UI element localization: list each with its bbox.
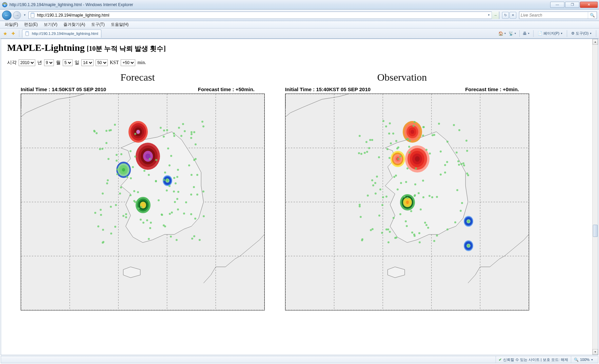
hour-select[interactable]: 14 xyxy=(81,59,94,66)
maps-row: Forecast Initial Time : 14:50KST 05 SEP … xyxy=(7,69,592,337)
menubar: 파일(F) 편집(E) 보기(V) 즐겨찾기(A) 도구(T) 도움말(H) xyxy=(0,21,599,28)
menu-file[interactable]: 파일(F) xyxy=(2,21,21,28)
observation-lead-time: Forecast time : +0min. xyxy=(465,86,519,92)
forecast-initial-time: Initial Time : 14:50KST 05 SEP 2010 xyxy=(21,86,106,92)
security-zone[interactable]: ✔ 신뢰할 수 있는 사이트 | 보호 모드: 해제 xyxy=(496,356,571,363)
page-menu[interactable]: 📄 페이지(P) ▼ xyxy=(536,31,564,36)
print-button[interactable]: 🖶▼ xyxy=(522,30,531,37)
separator xyxy=(519,30,520,37)
zoom-label: 100% xyxy=(580,358,590,362)
year-select[interactable]: 2010 xyxy=(19,59,35,66)
tab-label: http://190.1.29.194/maple_lightning.html xyxy=(32,32,98,36)
viewport: MAPLE-Lightning[10분 누적 낙뢰 발생 횟수] 시각 2010… xyxy=(1,39,598,355)
forward-button[interactable]: → xyxy=(13,11,21,19)
address-bar[interactable]: ▼ → xyxy=(28,12,499,19)
forecast-column: Forecast Initial Time : 14:50KST 05 SEP … xyxy=(7,69,268,337)
checkmark-icon: ✔ xyxy=(499,358,502,362)
page-heading: MAPLE-Lightning xyxy=(7,42,85,53)
window-title: http://190.1.29.194/maple_lightning.html… xyxy=(9,2,550,7)
search-bar[interactable]: 🔍 xyxy=(519,12,597,19)
titlebar: e http://190.1.29.194/maple_lightning.ht… xyxy=(0,0,599,9)
observation-map: 40°N38°N36°N34°N32°N122°E124°E126°E128°E… xyxy=(285,94,529,310)
maximize-button[interactable]: ❐ xyxy=(565,2,579,8)
navbar: ← → ▼ ▼ → ↻ ✕ 🔍 xyxy=(0,9,599,21)
stop-button[interactable]: ✕ xyxy=(510,12,516,19)
page-subheading: [10분 누적 낙뢰 발생 횟수] xyxy=(87,45,166,52)
observation-title: Observation xyxy=(272,72,533,83)
menu-help[interactable]: 도움말(H) xyxy=(108,21,132,28)
day-select[interactable]: 5 xyxy=(63,59,73,66)
separator xyxy=(567,30,567,37)
scroll-down-button[interactable]: ▼ xyxy=(593,349,598,355)
time-label: 시각 xyxy=(7,60,17,66)
nav-history-dropdown[interactable]: ▼ xyxy=(22,11,27,20)
tools-menu-label: 도구(O) xyxy=(576,31,588,36)
separator xyxy=(19,30,19,37)
add-favorite-icon[interactable]: ✚ xyxy=(10,31,16,37)
zoom-control[interactable]: 🔍 100% ▼ xyxy=(571,356,596,363)
menu-favorites[interactable]: 즐겨찾기(A) xyxy=(61,21,88,28)
time-controls: 시각 2010 년 9 월 5 일 14 50 KST +50 min. xyxy=(7,59,592,66)
tz-label: KST xyxy=(110,60,119,65)
offset-unit: min. xyxy=(137,60,146,65)
month-unit: 월 xyxy=(56,60,61,66)
vertical-scrollbar[interactable]: ▲ ▼ xyxy=(592,39,598,355)
forecast-lead-time: Forecast time : +50min. xyxy=(198,86,255,92)
month-select[interactable]: 9 xyxy=(44,59,54,66)
back-button[interactable]: ← xyxy=(2,11,12,20)
search-input[interactable] xyxy=(519,12,588,19)
security-zone-label: 신뢰할 수 있는 사이트 | 보호 모드: 해제 xyxy=(503,357,568,362)
page-icon xyxy=(25,31,30,36)
separator xyxy=(533,30,534,37)
refresh-button[interactable]: ↻ xyxy=(502,12,509,19)
search-button[interactable]: 🔍 xyxy=(588,12,597,19)
svg-rect-5 xyxy=(26,32,29,33)
svg-text:e: e xyxy=(4,3,5,6)
svg-rect-3 xyxy=(31,13,34,14)
separator xyxy=(596,30,596,37)
observation-frame: Initial Time : 15:40KST 05 SEP 2010 Fore… xyxy=(272,86,529,337)
offset-select[interactable]: +50 xyxy=(121,59,135,66)
zoom-icon: 🔍 xyxy=(574,358,579,362)
favorites-star-icon[interactable]: ★ xyxy=(2,31,8,37)
minimize-button[interactable]: — xyxy=(550,2,564,8)
year-unit: 년 xyxy=(37,60,42,66)
scroll-up-button[interactable]: ▲ xyxy=(593,39,598,45)
forecast-title: Forecast xyxy=(7,72,268,83)
tools-menu[interactable]: ⚙ 도구(O) ▼ xyxy=(570,31,593,36)
ie-icon: e xyxy=(2,2,7,7)
go-button[interactable]: → xyxy=(492,12,499,19)
page-menu-label: 페이지(P) xyxy=(543,31,560,36)
forecast-map: 40°N38°N36°N34°N32°N122°E124°E126°E128°E… xyxy=(21,94,265,310)
minute-select[interactable]: 50 xyxy=(96,59,108,66)
command-bar: ★ ✚ http://190.1.29.194/maple_lightning.… xyxy=(0,28,599,39)
menu-view[interactable]: 보기(V) xyxy=(41,21,60,28)
address-dropdown[interactable]: ▼ xyxy=(486,14,492,17)
close-button[interactable]: ✕ xyxy=(580,2,598,8)
browser-tab[interactable]: http://190.1.29.194/maple_lightning.html xyxy=(22,29,101,38)
forecast-frame: Initial Time : 14:50KST 05 SEP 2010 Fore… xyxy=(7,86,265,337)
status-bar: ✔ 신뢰할 수 있는 사이트 | 보호 모드: 해제 🔍 100% ▼ xyxy=(1,356,598,363)
page-icon xyxy=(30,13,36,18)
feeds-button[interactable]: 📡▼ xyxy=(508,30,517,37)
observation-column: Observation Initial Time : 15:40KST 05 S… xyxy=(272,69,533,337)
url-input[interactable] xyxy=(37,12,486,19)
observation-initial-time: Initial Time : 15:40KST 05 SEP 2010 xyxy=(285,86,371,92)
menu-tools[interactable]: 도구(T) xyxy=(88,21,107,28)
page-content: MAPLE-Lightning[10분 누적 낙뢰 발생 횟수] 시각 2010… xyxy=(1,39,598,341)
day-unit: 일 xyxy=(75,60,79,66)
menu-edit[interactable]: 편집(E) xyxy=(21,21,40,28)
scroll-thumb[interactable] xyxy=(593,225,598,237)
home-button[interactable]: 🏠▼ xyxy=(498,30,506,37)
